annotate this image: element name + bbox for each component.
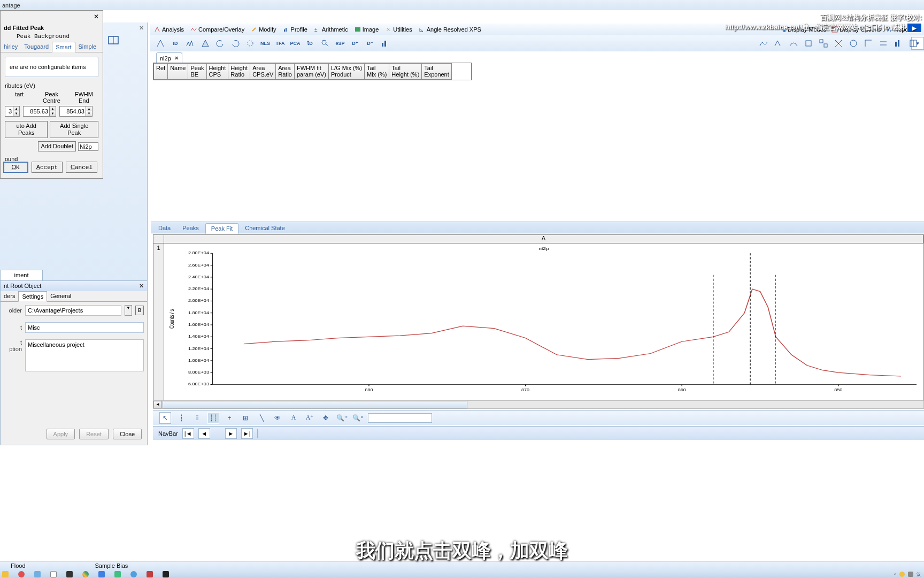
- text-plus-icon[interactable]: A⁺: [304, 412, 315, 424]
- vline-icon[interactable]: ┆: [175, 412, 187, 424]
- menu-profile[interactable]: Profile: [283, 26, 307, 33]
- tab-simple[interactable]: Simple: [75, 42, 100, 52]
- column-header[interactable]: PeakBE: [188, 64, 206, 80]
- tab-settings[interactable]: Settings: [18, 291, 47, 302]
- disp-tool-9-icon[interactable]: [877, 37, 890, 50]
- down-icon[interactable]: ▼: [13, 111, 19, 116]
- tool-tfa-icon[interactable]: TFA: [274, 37, 287, 50]
- taskbar[interactable]: [0, 571, 924, 578]
- tab-general[interactable]: General: [47, 291, 74, 301]
- tool-zoom-icon[interactable]: [319, 37, 332, 50]
- tool-nls-icon[interactable]: NLS: [259, 37, 272, 50]
- tool-fit-icon[interactable]: [244, 37, 257, 50]
- disp-tool-7-icon[interactable]: [847, 37, 860, 50]
- tool-redo-icon[interactable]: [229, 37, 242, 50]
- tab-folders[interactable]: ders: [1, 291, 18, 301]
- tab-close-icon[interactable]: ✕: [174, 55, 179, 61]
- disp-tool-5-icon[interactable]: [817, 37, 830, 50]
- crosshair-icon[interactable]: +: [224, 412, 235, 424]
- menu-utilities[interactable]: Utilities: [385, 26, 412, 33]
- document-tab[interactable]: ni2p ✕: [156, 52, 182, 63]
- zoom-out-icon[interactable]: 🔍ˣ: [352, 412, 364, 424]
- folder-input[interactable]: [25, 305, 121, 316]
- row-header[interactable]: 1: [153, 244, 164, 406]
- peak-centre-spinner[interactable]: ▲▼: [23, 106, 56, 117]
- eye-icon[interactable]: 👁: [272, 412, 283, 424]
- tool-peak2-icon[interactable]: [199, 37, 212, 50]
- tool-undo-icon[interactable]: [214, 37, 227, 50]
- menu-compare[interactable]: Compare/Overlay: [190, 26, 244, 33]
- tray-lang[interactable]: 汉: [917, 572, 921, 577]
- scroll-left-icon[interactable]: ◄: [153, 401, 162, 408]
- disp-tool-11-icon[interactable]: [907, 37, 920, 50]
- folder-icon[interactable]: [2, 571, 9, 577]
- column-header[interactable]: TailMix (%): [365, 64, 389, 80]
- add-single-peak-button[interactable]: Add Single Peak: [50, 121, 98, 138]
- cancel-button[interactable]: Cancel: [66, 162, 97, 173]
- app-icon[interactable]: [130, 571, 137, 577]
- tool-d1-icon[interactable]: D⁺: [349, 37, 361, 50]
- grid-icon[interactable]: ⊞: [240, 412, 251, 424]
- tab-peaks[interactable]: Peaks: [177, 223, 204, 234]
- vlines-icon[interactable]: ⦙⦙: [191, 412, 203, 424]
- nav-last-icon[interactable]: ►|: [241, 428, 253, 439]
- app-icon[interactable]: [34, 571, 41, 577]
- app-icon[interactable]: [18, 571, 25, 577]
- tool-d2-icon[interactable]: D⁻: [364, 37, 376, 50]
- accept-button[interactable]: Accept: [32, 162, 63, 173]
- app-icon[interactable]: [114, 571, 121, 577]
- tool-id2-icon[interactable]: ῑD: [304, 37, 317, 50]
- tray-icon[interactable]: [908, 572, 913, 577]
- doublet-element-input[interactable]: [78, 142, 98, 151]
- system-tray[interactable]: ^ 汉: [894, 571, 921, 578]
- column-header[interactable]: AreaCPS.eV: [250, 64, 276, 80]
- app-icon[interactable]: [163, 571, 169, 577]
- app-icon[interactable]: [147, 571, 153, 577]
- tab-smart[interactable]: Smart: [52, 42, 75, 52]
- add-doublet-button[interactable]: Add Doublet: [38, 141, 76, 151]
- close-button[interactable]: Close: [113, 429, 142, 439]
- disp-tool-6-icon[interactable]: [832, 37, 845, 50]
- range-icon[interactable]: ┊┊: [207, 412, 219, 424]
- auto-add-peaks-button[interactable]: uto Add Peaks: [5, 121, 48, 138]
- up-icon[interactable]: ▲: [13, 107, 19, 111]
- chart-hscroll[interactable]: ◄: [153, 400, 924, 409]
- tool-esp-icon[interactable]: eSP: [334, 37, 346, 50]
- disp-tool-4-icon[interactable]: [802, 37, 815, 50]
- column-header[interactable]: TailHeight (%): [389, 64, 422, 80]
- app-icon[interactable]: [98, 571, 105, 577]
- down-icon[interactable]: ▼: [49, 111, 56, 116]
- menu-image[interactable]: Image: [355, 26, 379, 33]
- menu-angle-resolved[interactable]: Angle Resolved XPS: [419, 26, 481, 33]
- column-header[interactable]: TailExponent: [422, 64, 451, 80]
- tool-id-icon[interactable]: ID: [169, 37, 182, 50]
- menu-arithmetic[interactable]: ±Arithmetic: [314, 26, 348, 33]
- disp-tool-2-icon[interactable]: [772, 37, 785, 50]
- tool-chart-icon[interactable]: [379, 37, 391, 50]
- move-icon[interactable]: ✥: [320, 412, 332, 424]
- line-icon[interactable]: ╲: [256, 412, 267, 424]
- tool-pca-icon[interactable]: PCA: [289, 37, 302, 50]
- ok-button[interactable]: OK: [3, 162, 28, 173]
- scroll-thumb[interactable]: [163, 401, 467, 408]
- tab-chemical-state[interactable]: Chemical State: [240, 223, 290, 234]
- start-spinner[interactable]: ▲▼: [5, 106, 20, 117]
- menu-modify[interactable]: Modify: [251, 26, 276, 33]
- column-header[interactable]: AreaRatio: [276, 64, 295, 80]
- tab-data[interactable]: Data: [153, 223, 176, 234]
- tab-experiment[interactable]: iment: [0, 270, 43, 280]
- chrome-icon[interactable]: [82, 571, 89, 577]
- description-input[interactable]: Miscellaneous project: [25, 339, 144, 371]
- app-icon[interactable]: [50, 571, 57, 577]
- pointer-icon[interactable]: ↖: [159, 412, 171, 424]
- fwhm-end-spinner[interactable]: ▲▼: [59, 106, 93, 117]
- column-header[interactable]: HeightCPS: [206, 64, 228, 80]
- menu-analysis[interactable]: Analysis: [154, 26, 184, 33]
- book-icon[interactable]: [107, 35, 120, 46]
- tool-peak-icon[interactable]: [154, 37, 167, 50]
- down-icon[interactable]: ▼: [86, 111, 92, 116]
- close-icon[interactable]: ✕: [93, 14, 99, 20]
- reset-button[interactable]: Reset: [79, 429, 109, 439]
- column-header[interactable]: L/G Mix (%)Product: [329, 64, 365, 80]
- apply-button[interactable]: Apply: [47, 429, 75, 439]
